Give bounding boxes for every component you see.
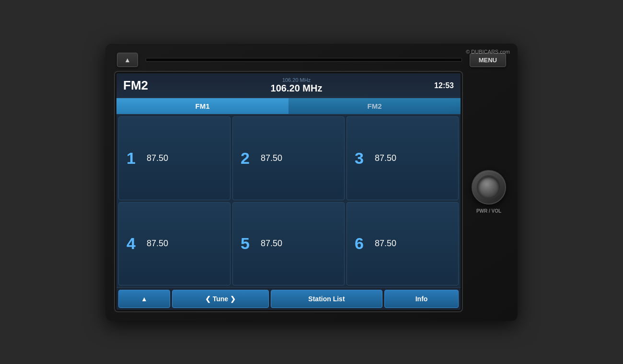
tab-fm1[interactable]: FM1 xyxy=(116,98,288,114)
tune-button[interactable]: ❮ Tune ❯ xyxy=(172,290,269,308)
fm-tabs: FM1 FM2 xyxy=(116,98,461,114)
tune-prev-icon: ❮ xyxy=(205,295,211,303)
preset-6[interactable]: 6 87.50 xyxy=(346,202,459,286)
preset-2-freq: 87.50 xyxy=(261,153,282,163)
scan-button[interactable]: ▲ xyxy=(118,290,170,308)
pwr-vol-label: PWR / VOL xyxy=(476,208,501,214)
preset-3-freq: 87.50 xyxy=(375,153,396,163)
pwr-vol-knob[interactable] xyxy=(472,170,506,205)
preset-5-freq: 87.50 xyxy=(261,239,282,249)
preset-1-freq: 87.50 xyxy=(147,153,168,163)
screen-container: FM2 106.20 MHz 106.20 MHz 12:53 FM1 FM2 xyxy=(115,72,508,311)
watermark: © DUBICARS.com xyxy=(466,49,510,55)
preset-4[interactable]: 4 87.50 xyxy=(118,202,231,286)
preset-2-number: 2 xyxy=(241,149,254,168)
frequency-area: 106.20 MHz 106.20 MHz xyxy=(159,77,434,94)
eject-button[interactable]: ▲ xyxy=(117,53,138,67)
tune-next-icon: ❯ xyxy=(230,295,236,303)
preset-4-number: 4 xyxy=(127,234,140,253)
screen-header: FM2 106.20 MHz 106.20 MHz 12:53 xyxy=(116,73,461,98)
knob-inner xyxy=(477,175,501,199)
tab-fm2[interactable]: FM2 xyxy=(288,98,461,114)
presets-grid: 1 87.50 2 87.50 3 87.50 4 87.50 5 87.5 xyxy=(116,114,461,287)
preset-3-number: 3 xyxy=(355,149,368,168)
preset-1-number: 1 xyxy=(127,149,140,168)
preset-1[interactable]: 1 87.50 xyxy=(118,116,231,200)
preset-5-number: 5 xyxy=(241,234,254,253)
menu-button[interactable]: MENU xyxy=(470,53,506,67)
info-button[interactable]: Info xyxy=(384,290,459,308)
fm-label: FM2 xyxy=(123,78,152,93)
top-bar: ▲ MENU xyxy=(115,53,508,67)
preset-3[interactable]: 3 87.50 xyxy=(346,116,459,200)
right-panel: PWR / VOL xyxy=(470,72,508,311)
preset-4-freq: 87.50 xyxy=(147,239,168,249)
car-radio-unit: © DUBICARS.com ▲ MENU FM2 106.20 MHz 106… xyxy=(105,43,518,321)
cd-slot xyxy=(146,58,462,62)
bottom-controls: ▲ ❮ Tune ❯ Station List Info xyxy=(116,287,461,310)
freq-prev: 106.20 MHz xyxy=(282,77,311,83)
station-list-button[interactable]: Station List xyxy=(271,290,382,308)
tune-label: Tune xyxy=(213,295,228,303)
preset-5[interactable]: 5 87.50 xyxy=(232,202,345,286)
preset-2[interactable]: 2 87.50 xyxy=(232,116,345,200)
freq-main: 106.20 MHz xyxy=(271,83,323,94)
radio-screen: FM2 106.20 MHz 106.20 MHz 12:53 FM1 FM2 xyxy=(115,72,462,311)
preset-6-number: 6 xyxy=(355,234,368,253)
knob-container xyxy=(472,170,506,205)
time-display: 12:53 xyxy=(434,81,454,90)
preset-6-freq: 87.50 xyxy=(375,239,396,249)
